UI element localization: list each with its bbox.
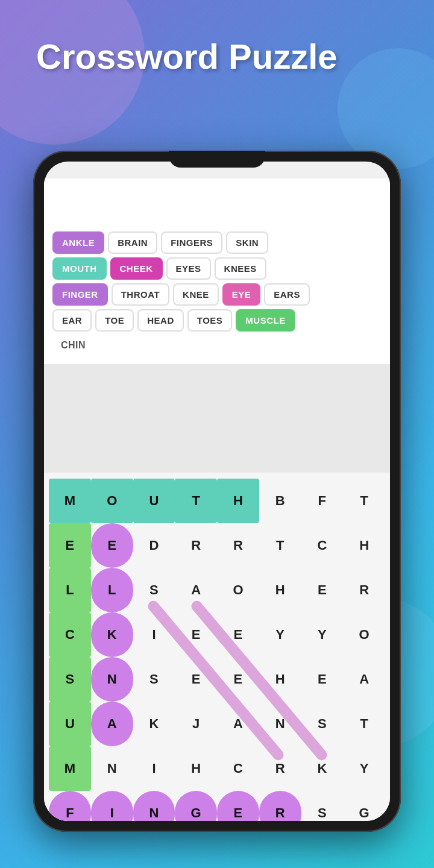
grid-cell[interactable]: O <box>343 612 385 657</box>
chip-ears[interactable]: EARS <box>264 283 310 306</box>
grid-cell[interactable]: A <box>217 702 259 746</box>
chip-head[interactable]: HEAD <box>137 309 184 332</box>
chip-muscle[interactable]: MUSCLE <box>236 309 295 332</box>
grid-cell[interactable]: E <box>49 523 91 568</box>
grid-cell[interactable]: E <box>91 523 133 568</box>
chips-area: ANKLE BRAIN FINGERS SKIN MOUTH CHEEK EYE… <box>44 227 390 364</box>
grid-cell[interactable]: R <box>259 791 301 821</box>
grid-cell[interactable]: H <box>175 746 217 791</box>
chip-eye[interactable]: EYE <box>222 283 261 306</box>
grid-cell[interactable]: U <box>133 479 175 523</box>
phone-screen: ANKLE BRAIN FINGERS SKIN MOUTH CHEEK EYE… <box>44 162 390 821</box>
grid-cell[interactable]: Y <box>259 612 301 657</box>
grid-cell[interactable]: T <box>259 523 301 568</box>
grid-cell[interactable]: B <box>259 479 301 523</box>
grid-cell[interactable]: K <box>301 746 344 791</box>
grid-cell[interactable]: R <box>175 523 217 568</box>
grid-cell[interactable]: J <box>175 702 217 746</box>
grid-cell[interactable]: A <box>91 702 133 746</box>
grid-cell[interactable]: E <box>175 612 217 657</box>
grid-cell[interactable]: H <box>343 523 385 568</box>
grid-cell[interactable]: I <box>133 746 175 791</box>
chips-row-3: FINGER THROAT KNEE EYE EARS <box>50 283 384 306</box>
chip-fingers[interactable]: FINGERS <box>161 231 222 254</box>
chip-knees[interactable]: KNEES <box>215 257 266 280</box>
phone-frame: ANKLE BRAIN FINGERS SKIN MOUTH CHEEK EYE… <box>33 151 401 832</box>
grid-cell[interactable]: I <box>133 612 175 657</box>
grid-cell[interactable]: E <box>217 657 259 702</box>
grid-cell[interactable]: K <box>91 612 133 657</box>
grid-cell[interactable]: F <box>301 479 344 523</box>
gray-area <box>44 364 390 473</box>
grid-cell[interactable]: H <box>217 479 259 523</box>
grid-cell[interactable]: F <box>49 791 91 821</box>
grid-cell[interactable]: O <box>217 568 259 612</box>
grid-cell[interactable]: S <box>301 791 344 821</box>
grid-cell[interactable]: C <box>217 746 259 791</box>
grid-cell[interactable]: N <box>133 791 175 821</box>
chip-mouth[interactable]: MOUTH <box>52 257 107 280</box>
grid-cell[interactable]: A <box>175 568 217 612</box>
grid-cell[interactable]: T <box>343 702 385 746</box>
grid-cell[interactable]: G <box>175 791 217 821</box>
grid-cell[interactable]: S <box>301 702 344 746</box>
grid-cell[interactable]: L <box>49 568 91 612</box>
grid-cell[interactable]: H <box>259 568 301 612</box>
grid-cell[interactable]: E <box>301 568 344 612</box>
grid-cell[interactable]: N <box>91 657 133 702</box>
grid-wrapper: MOUTHBFTEEDRRTCHLLSAOHERCKIEEYYOSNSEEHEA… <box>49 479 385 821</box>
grid-cell[interactable]: K <box>133 702 175 746</box>
grid-cell[interactable]: E <box>217 791 259 821</box>
grid-cell[interactable]: R <box>259 746 301 791</box>
chip-skin[interactable]: SKIN <box>226 231 268 254</box>
grid-cell[interactable]: T <box>175 479 217 523</box>
grid-cell[interactable]: N <box>91 746 133 791</box>
chips-row-4: EAR TOE HEAD TOES MUSCLE <box>50 309 384 332</box>
chip-ear[interactable]: EAR <box>52 309 92 332</box>
grid-cell[interactable]: T <box>343 479 385 523</box>
grid-cell[interactable]: R <box>217 523 259 568</box>
grid-cell[interactable]: S <box>133 657 175 702</box>
grid-cell[interactable]: N <box>259 702 301 746</box>
grid-cell[interactable]: H <box>259 657 301 702</box>
chip-finger[interactable]: FINGER <box>52 283 108 306</box>
phone-notch <box>169 151 265 168</box>
top-area <box>44 178 390 227</box>
grid-cell[interactable]: I <box>91 791 133 821</box>
grid-cell[interactable]: A <box>343 657 385 702</box>
chip-brain[interactable]: BRAIN <box>108 231 157 254</box>
chip-chin[interactable]: CHIN <box>52 335 94 356</box>
grid-cell[interactable]: D <box>133 523 175 568</box>
grid-cell[interactable]: R <box>343 568 385 612</box>
chip-cheek[interactable]: CHEEK <box>110 257 163 280</box>
screen-content: ANKLE BRAIN FINGERS SKIN MOUTH CHEEK EYE… <box>44 178 390 821</box>
chips-row-5: CHIN <box>50 335 384 356</box>
chip-eyes[interactable]: EYES <box>166 257 211 280</box>
grid-cell[interactable]: E <box>301 657 344 702</box>
chip-knee[interactable]: KNEE <box>173 283 219 306</box>
chip-toe[interactable]: TOE <box>95 309 134 332</box>
grid-cell[interactable]: L <box>91 568 133 612</box>
grid-cell[interactable]: S <box>133 568 175 612</box>
grid-cell[interactable]: C <box>49 612 91 657</box>
grid-cell[interactable]: S <box>49 657 91 702</box>
grid-cell[interactable]: O <box>91 479 133 523</box>
grid-cell[interactable]: E <box>175 657 217 702</box>
grid-cell[interactable]: Y <box>301 612 344 657</box>
grid-cell[interactable]: Y <box>343 746 385 791</box>
grid-cell[interactable]: E <box>217 612 259 657</box>
chips-row-2: MOUTH CHEEK EYES KNEES <box>50 257 384 280</box>
grid-cell[interactable]: C <box>301 523 344 568</box>
grid-cell[interactable]: U <box>49 702 91 746</box>
grid-cell[interactable]: G <box>343 791 385 821</box>
app-title: Crossword Puzzle <box>0 36 434 77</box>
grid-cell[interactable]: M <box>49 479 91 523</box>
chip-throat[interactable]: THROAT <box>112 283 169 306</box>
grid-area: MOUTHBFTEEDRRTCHLLSAOHERCKIEEYYOSNSEEHEA… <box>44 473 390 821</box>
chips-row-1: ANKLE BRAIN FINGERS SKIN <box>50 231 384 254</box>
word-search-grid: MOUTHBFTEEDRRTCHLLSAOHERCKIEEYYOSNSEEHEA… <box>49 479 385 821</box>
chip-ankle[interactable]: ANKLE <box>52 231 104 254</box>
grid-cell[interactable]: M <box>49 746 91 791</box>
chip-toes[interactable]: TOES <box>187 309 233 332</box>
